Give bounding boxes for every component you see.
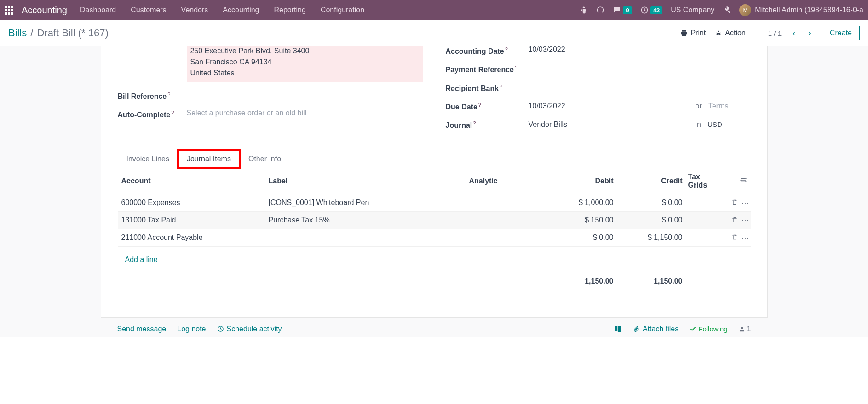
cell-credit[interactable]: $ 0.00 (617, 194, 686, 211)
following-button[interactable]: Following (690, 325, 727, 333)
due-date-field[interactable]: 10/03/2022 (529, 102, 696, 110)
follower-count[interactable]: 1 (739, 325, 751, 333)
columns-settings-icon[interactable] (740, 177, 747, 185)
cell-tax-grids[interactable] (686, 229, 723, 246)
col-tax-grids[interactable]: Tax Grids (686, 168, 723, 194)
row-menu-icon[interactable]: ⋯ (740, 216, 751, 224)
apps-icon[interactable] (5, 6, 13, 15)
cell-debit[interactable]: $ 150.00 (548, 211, 617, 229)
total-debit: 1,150.00 (548, 273, 617, 290)
tabs: Invoice Lines Journal Items Other Info (118, 149, 751, 168)
action-button[interactable]: Action (715, 29, 745, 37)
tab-other-info[interactable]: Other Info (240, 150, 290, 168)
terms-field[interactable]: Terms (708, 102, 729, 110)
accounting-date-field[interactable]: 10/03/2022 (529, 46, 751, 54)
send-message-button[interactable]: Send message (117, 325, 167, 333)
auto-complete-field[interactable]: Select a purchase order or an old bill (187, 109, 423, 117)
col-credit[interactable]: Credit (617, 168, 686, 194)
vendor-address[interactable]: 250 Executive Park Blvd, Suite 3400 San … (187, 46, 423, 82)
breadcrumb-root[interactable]: Bills (8, 27, 27, 39)
form-col-right: Accounting Date? 10/03/2022 Payment Refe… (446, 46, 751, 138)
table-row[interactable]: 600000 Expenses[CONS_0001] Whiteboard Pe… (118, 194, 751, 211)
row-menu-icon[interactable]: ⋯ (740, 234, 751, 242)
table-row[interactable]: 131000 Tax PaidPurchase Tax 15%$ 150.00$… (118, 211, 751, 229)
add-line-link[interactable]: Add a line (121, 251, 747, 268)
cell-tax-grids[interactable] (686, 211, 723, 229)
col-analytic[interactable]: Analytic (466, 168, 548, 194)
cell-analytic[interactable] (466, 194, 548, 211)
bug-icon[interactable] (580, 6, 588, 14)
breadcrumb-current: Draft Bill (* 167) (37, 27, 108, 39)
nav-dashboard[interactable]: Dashboard (80, 6, 116, 14)
schedule-activity-button[interactable]: Schedule activity (217, 325, 282, 333)
cell-label[interactable]: [CONS_0001] Whiteboard Pen (265, 194, 466, 211)
cell-tax-grids[interactable] (686, 194, 723, 211)
cell-account[interactable]: 131000 Tax Paid (118, 211, 265, 229)
brand-title[interactable]: Accounting (22, 5, 67, 16)
log-note-button[interactable]: Log note (177, 325, 206, 333)
help-icon[interactable]: ? (505, 46, 508, 52)
payment-reference-row: Payment Reference? (446, 64, 751, 74)
svg-point-2 (740, 179, 742, 181)
cell-analytic[interactable] (466, 211, 548, 229)
nav-configuration[interactable]: Configuration (321, 6, 364, 14)
nav-vendors[interactable]: Vendors (181, 6, 208, 14)
support-icon[interactable] (596, 6, 604, 14)
navbar-right: 9 42 US Company M Mitchell Admin (198458… (580, 4, 863, 16)
currency-field[interactable]: USD (707, 120, 722, 128)
pager-prev[interactable]: ‹ (791, 28, 797, 38)
cell-debit[interactable]: $ 0.00 (548, 229, 617, 246)
help-icon[interactable]: ? (500, 84, 502, 89)
row-menu-icon[interactable]: ⋯ (740, 199, 751, 207)
nav-reporting[interactable]: Reporting (274, 6, 306, 14)
tools-icon[interactable] (723, 6, 731, 14)
cell-label[interactable] (265, 229, 466, 246)
avatar: M (739, 4, 751, 16)
book-icon[interactable] (614, 325, 622, 333)
col-account[interactable]: Account (118, 168, 265, 194)
form-col-left: 250 Executive Park Blvd, Suite 3400 San … (118, 46, 423, 138)
chat-badge: 9 (623, 6, 632, 14)
svg-point-5 (741, 327, 743, 329)
col-debit[interactable]: Debit (548, 168, 617, 194)
tabs-container: Invoice Lines Journal Items Other Info A… (118, 149, 751, 290)
company-switcher[interactable]: US Company (671, 6, 714, 14)
cell-credit[interactable]: $ 1,150.00 (617, 229, 686, 246)
cell-debit[interactable]: $ 1,000.00 (548, 194, 617, 211)
journal-field[interactable]: Vendor Bills (529, 120, 696, 129)
delete-row-icon[interactable] (730, 216, 740, 224)
cell-account[interactable]: 600000 Expenses (118, 194, 265, 211)
tab-journal-items[interactable]: Journal Items (178, 150, 240, 168)
col-label[interactable]: Label (265, 168, 466, 194)
form-grid: 250 Executive Park Blvd, Suite 3400 San … (118, 46, 751, 138)
help-icon[interactable]: ? (478, 102, 481, 108)
tab-invoice-lines[interactable]: Invoice Lines (118, 150, 178, 168)
total-credit: 1,150.00 (617, 273, 686, 290)
timer-button[interactable]: 42 (640, 6, 662, 14)
cell-account[interactable]: 211000 Account Payable (118, 229, 265, 246)
help-icon[interactable]: ? (515, 65, 517, 70)
delete-row-icon[interactable] (730, 199, 740, 207)
delete-row-icon[interactable] (730, 234, 740, 242)
attach-files-button[interactable]: Attach files (633, 325, 678, 333)
cell-credit[interactable]: $ 0.00 (617, 211, 686, 229)
chat-button[interactable]: 9 (613, 6, 632, 14)
print-button[interactable]: Print (680, 29, 706, 37)
table-row[interactable]: 211000 Account Payable$ 0.00$ 1,150.00⋯ (118, 229, 751, 246)
action-bar-right: Print Action 1 / 1 ‹ › Create (680, 26, 860, 40)
journal-items-table: Account Label Analytic Debit Credit Tax … (118, 168, 751, 290)
help-icon[interactable]: ? (171, 110, 174, 115)
pager-next[interactable]: › (806, 28, 813, 38)
due-date-row: Due Date? 10/03/2022 or Terms (446, 101, 751, 111)
nav-menu: Dashboard Customers Vendors Accounting R… (80, 6, 364, 14)
totals-row: 1,150.00 1,150.00 (118, 273, 751, 290)
accounting-date-row: Accounting Date? 10/03/2022 (446, 46, 751, 56)
cell-label[interactable]: Purchase Tax 15% (265, 211, 466, 229)
cell-analytic[interactable] (466, 229, 548, 246)
create-button[interactable]: Create (822, 26, 860, 40)
nav-customers[interactable]: Customers (131, 6, 166, 14)
help-icon[interactable]: ? (167, 91, 170, 97)
nav-accounting[interactable]: Accounting (223, 6, 259, 14)
help-icon[interactable]: ? (473, 120, 476, 126)
user-menu[interactable]: M Mitchell Admin (19845894-16-0-a (739, 4, 863, 16)
